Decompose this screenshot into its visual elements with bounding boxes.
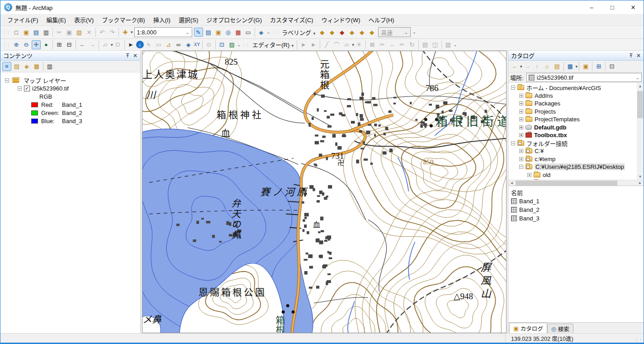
straight-segment-tool[interactable]: ╱ (322, 40, 331, 49)
catalog-tree-hscrollbar[interactable]: ◄ ► (508, 180, 644, 186)
catalog-back-dropdown[interactable]: ▾ (520, 64, 522, 69)
pin-icon[interactable]: Ŧ (126, 53, 129, 59)
print-button[interactable]: ▥ (42, 28, 51, 37)
toolbar-overflow[interactable]: ⌄ (412, 30, 416, 34)
back-extent-button[interactable]: ← (78, 40, 87, 49)
toolbar-overflow[interactable]: ⌄ (454, 43, 457, 47)
expand-icon[interactable]: + (519, 125, 523, 129)
catalog-view-dropdown[interactable]: ▾ (576, 64, 578, 69)
zoom-in-tool[interactable]: ⊕ (12, 40, 21, 49)
paste-button[interactable]: ▧ (75, 28, 84, 37)
tree-item-old[interactable]: + old (508, 171, 644, 179)
table-of-contents-button[interactable]: ▤ (204, 28, 213, 37)
menu-file[interactable]: ファイル(F) (3, 14, 43, 26)
clear-selection-button[interactable]: ∅ (114, 40, 123, 49)
fixed-zoom-out-button[interactable]: ⊟ (65, 40, 74, 49)
trace-tool[interactable]: ▱ (342, 40, 351, 49)
select-elements-tool[interactable]: ► (127, 40, 136, 49)
collapse-icon[interactable]: − (5, 78, 9, 82)
map-scale-combo[interactable]: 1:8,000 ⌄ (134, 27, 192, 37)
measure-tool[interactable]: ⊿ (164, 40, 173, 49)
scroll-down-icon[interactable]: ▼ (637, 173, 644, 180)
list-by-visibility-button[interactable]: ◈ (22, 62, 31, 71)
catalog-connect-button[interactable]: ▤ (553, 62, 562, 71)
full-extent-button[interactable]: ● (42, 40, 51, 49)
file-list-header[interactable]: 名前 (511, 188, 644, 197)
open-button[interactable]: ▣ (22, 28, 31, 37)
edit-annotation-tool[interactable]: ► (309, 40, 318, 49)
toc-group-layer[interactable]: − マップ レイヤー (5, 76, 140, 84)
arctoolbox-button[interactable]: ▦ (234, 28, 243, 37)
tree-item-ppt-template[interactable]: + ppt_tmplate_for_ej (508, 179, 644, 180)
attributes-button[interactable]: ▤ (421, 40, 430, 49)
menu-customize[interactable]: カスタマイズ(C) (266, 14, 317, 26)
editor-toolbar-toggle[interactable]: ✎ (194, 28, 203, 37)
tree-item-default-gdb[interactable]: + Default.gdb (508, 124, 644, 132)
resize-grip[interactable]: ⋮⋮ (637, 334, 644, 343)
expand-icon[interactable]: + (519, 94, 523, 98)
go-to-xy-tool[interactable]: XY (194, 40, 200, 49)
tree-item-desktop[interactable]: − C:¥Users¥ej2185.ESRIJ¥Desktop (508, 163, 644, 171)
save-button[interactable]: ▤ (32, 28, 41, 37)
identify-tool[interactable]: i (136, 41, 144, 48)
menu-view[interactable]: 表示(V) (70, 14, 98, 26)
expand-icon[interactable]: + (527, 173, 531, 177)
pause-labeling-button[interactable]: ◆ (357, 28, 366, 37)
scroll-right-icon[interactable]: ► (637, 181, 644, 185)
toolbar-grip[interactable]: ⋮⋮ (1, 43, 11, 47)
toggle-contents-tree-button[interactable]: ⊞ (594, 62, 603, 71)
rotate-tool[interactable]: ↻ (407, 40, 417, 49)
catalog-view-button[interactable]: ▦ (566, 62, 575, 71)
expand-icon[interactable]: + (519, 133, 523, 137)
label-weight-button[interactable]: ◆ (337, 28, 346, 37)
search-window-button[interactable]: ◎ (224, 28, 233, 37)
undo-button[interactable]: ↶ (98, 28, 107, 37)
file-row-band3[interactable]: Band_3 (511, 214, 644, 223)
menu-help[interactable]: ヘルプ(H) (365, 14, 398, 26)
tab-search[interactable]: ◎ 検索 (547, 324, 573, 333)
cut-button[interactable]: ✂ (55, 28, 64, 37)
lock-labels-button[interactable]: ◆ (347, 28, 356, 37)
select-features-dropdown[interactable]: ▾ (111, 43, 113, 47)
tab-catalog[interactable]: ▣ カタログ (509, 323, 547, 333)
reshape-feature-tool[interactable]: ⊠ (368, 40, 377, 49)
catalog-tree-vscrollbar[interactable]: ▲ ▼ (637, 83, 644, 180)
toolbar-grip[interactable]: ⋮⋮ (270, 30, 280, 34)
file-row-band2[interactable]: Band_2 (511, 205, 644, 214)
layer-visibility-checkbox[interactable]: ✓ (24, 86, 30, 91)
toolbar-grip[interactable]: ⋮⋮ (241, 43, 251, 47)
pan-tool[interactable]: ✛ (32, 40, 41, 49)
create-features-button[interactable]: ▧ (444, 40, 453, 49)
toc-options-button[interactable]: ▥ (45, 62, 54, 71)
tree-item-toolbox[interactable]: + Toolbox.tbx (508, 131, 644, 139)
expand-icon[interactable]: + (519, 117, 523, 121)
menu-windows[interactable]: ウィンドウ(W) (317, 14, 365, 26)
vertex-tool[interactable]: ✳ (355, 40, 364, 49)
select-features-tool[interactable]: ▱ (101, 40, 110, 49)
list-by-drawing-order-button[interactable]: ≡ (2, 62, 11, 71)
view-unplaced-labels-button[interactable]: ◆ (367, 28, 376, 37)
time-slider-button[interactable]: ⊙ (204, 40, 213, 49)
collapse-icon[interactable]: − (519, 165, 523, 169)
python-window-button[interactable]: ▭ (244, 28, 253, 37)
tree-item-addins[interactable]: + AddIns (508, 92, 644, 100)
catalog-up-one-level-button[interactable]: ↑ (533, 62, 542, 71)
collapse-icon[interactable]: − (18, 86, 22, 91)
redo-button[interactable]: ↷ (108, 28, 117, 37)
labeling-menu[interactable]: ラベリング ▾ (280, 28, 317, 37)
viewer-window-button[interactable]: ⊡ (218, 40, 227, 49)
editor-menu[interactable]: エディター(R) ▾ (251, 40, 295, 49)
tree-item-projecttemplates[interactable]: + ProjectTemplates (508, 115, 644, 124)
list-by-source-button[interactable]: ▤ (12, 62, 21, 71)
catalog-back-button[interactable]: ← (510, 62, 519, 71)
expand-icon[interactable]: + (519, 149, 523, 153)
find-tool[interactable]: ∞ (174, 40, 183, 49)
collapse-icon[interactable]: − (511, 86, 515, 90)
scroll-left-icon[interactable]: ◄ (508, 181, 515, 185)
sketch-properties-button[interactable]: ◫ (431, 40, 440, 49)
html-popup-tool[interactable]: ▭ (154, 40, 163, 49)
image-analysis-button[interactable]: ▨ (227, 40, 237, 49)
tree-item-folder-connections[interactable]: − フォルダー接続 (508, 139, 644, 148)
tree-item-packages[interactable]: + Packages (508, 100, 644, 108)
tree-item-home[interactable]: − ホーム - Documents¥ArcGIS (508, 84, 644, 92)
